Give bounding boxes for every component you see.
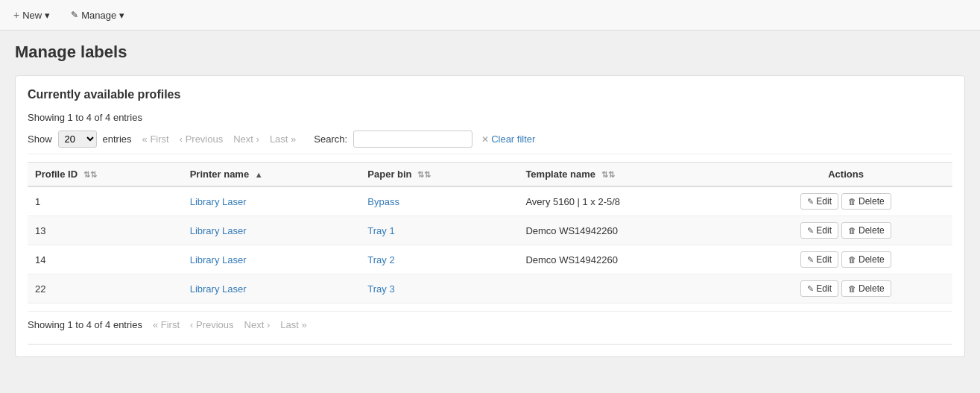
previous-page-btn-bottom[interactable]: ‹ Previous <box>186 318 238 332</box>
edit-label-row-2: Edit <box>816 254 832 265</box>
trash-icon-row-3: 🗑 <box>848 284 856 293</box>
table-row: 13Library LaserTray 1Demco WS14942260 ✎ … <box>28 216 952 245</box>
edit-button-row-2[interactable]: ✎ Edit <box>800 251 838 268</box>
delete-label-row-3: Delete <box>859 283 885 294</box>
first-page-btn-top[interactable]: « First <box>138 132 174 146</box>
edit-label-row-1: Edit <box>816 225 832 236</box>
cell-profile_id: 1 <box>28 186 183 216</box>
section-title: Currently available profiles <box>28 88 952 101</box>
col-actions-label: Actions <box>828 169 864 180</box>
page-content: Manage labels Currently available profil… <box>0 31 980 369</box>
clear-filter-button[interactable]: ✕ Clear filter <box>478 132 538 146</box>
page-title: Manage labels <box>15 43 965 62</box>
cell-actions: ✎ Edit 🗑 Delete <box>739 245 952 274</box>
entries-select[interactable]: 20 10 50 100 <box>58 131 97 148</box>
edit-label-row-3: Edit <box>816 283 832 294</box>
last-page-btn-top[interactable]: Last » <box>265 132 300 146</box>
table-header-row: Profile ID ⇅ Printer name Paper bin ⇅ Te… <box>28 163 952 187</box>
cell-printer_name: Library Laser <box>183 274 361 304</box>
col-printer-name-label: Printer name <box>190 169 249 180</box>
table-row: 1Library LaserBypassAvery 5160 | 1 x 2-5… <box>28 186 952 216</box>
manage-dropdown-icon: ▾ <box>119 10 124 21</box>
col-printer-name[interactable]: Printer name <box>183 163 361 187</box>
trash-icon-row-2: 🗑 <box>848 255 856 264</box>
top-pagination: « First ‹ Previous Next › Last » <box>138 132 301 146</box>
delete-label-row-1: Delete <box>859 225 885 236</box>
delete-button-row-3[interactable]: 🗑 Delete <box>841 280 891 297</box>
edit-icon-row-0: ✎ <box>807 197 814 207</box>
manage-label: Manage <box>81 10 116 21</box>
search-input[interactable] <box>353 131 472 148</box>
table-body: 1Library LaserBypassAvery 5160 | 1 x 2-5… <box>28 186 952 304</box>
profiles-card: Currently available profiles Showing 1 t… <box>15 75 965 357</box>
cell-paper_bin: Tray 1 <box>360 216 518 245</box>
edit-button-row-1[interactable]: ✎ Edit <box>800 222 838 239</box>
search-label: Search: <box>314 133 347 145</box>
x-icon: ✕ <box>481 134 489 145</box>
actions-cell-2: ✎ Edit 🗑 Delete <box>747 251 945 268</box>
actions-cell-1: ✎ Edit 🗑 Delete <box>747 222 945 239</box>
next-page-btn-bottom[interactable]: Next › <box>240 318 275 332</box>
actions-cell-0: ✎ Edit 🗑 Delete <box>747 193 945 210</box>
col-paper-bin-label: Paper bin <box>367 169 411 180</box>
cell-paper_bin: Tray 2 <box>360 245 518 274</box>
col-profile-id[interactable]: Profile ID ⇅ <box>28 163 183 187</box>
cell-profile_id: 13 <box>28 216 183 245</box>
new-dropdown-icon: ▾ <box>45 10 50 21</box>
cell-printer_name: Library Laser <box>183 245 361 274</box>
cell-actions: ✎ Edit 🗑 Delete <box>739 274 952 304</box>
delete-button-row-0[interactable]: 🗑 Delete <box>841 193 891 210</box>
trash-icon-row-1: 🗑 <box>848 226 856 235</box>
sort-icon-template-name: ⇅ <box>601 170 615 180</box>
delete-label-row-2: Delete <box>859 254 885 265</box>
cell-template_name: Avery 5160 | 1 x 2-5/8 <box>518 186 739 216</box>
cell-template_name <box>518 274 739 304</box>
previous-page-btn-top[interactable]: ‹ Previous <box>175 132 228 146</box>
entries-label: entries <box>103 133 132 145</box>
bottom-divider <box>28 344 952 345</box>
clear-filter-label: Clear filter <box>491 133 535 145</box>
cell-profile_id: 14 <box>28 245 183 274</box>
delete-label-row-0: Delete <box>859 196 885 207</box>
table-row: 14Library LaserTray 2Demco WS14942260 ✎ … <box>28 245 952 274</box>
plus-icon: + <box>13 9 19 21</box>
cell-actions: ✎ Edit 🗑 Delete <box>739 186 952 216</box>
sort-icon-printer-name <box>255 170 263 179</box>
cell-template_name: Demco WS14942260 <box>518 216 739 245</box>
cell-profile_id: 22 <box>28 274 183 304</box>
delete-button-row-2[interactable]: 🗑 Delete <box>841 251 891 268</box>
sort-icon-profile-id: ⇅ <box>83 170 97 180</box>
actions-cell-3: ✎ Edit 🗑 Delete <box>747 280 945 297</box>
last-page-btn-bottom[interactable]: Last » <box>276 318 311 332</box>
col-template-name[interactable]: Template name ⇅ <box>518 163 739 187</box>
cell-paper_bin: Tray 3 <box>360 274 518 304</box>
delete-button-row-1[interactable]: 🗑 Delete <box>841 222 891 239</box>
bottom-pagination: « First ‹ Previous Next › Last » <box>148 318 312 332</box>
edit-label-row-0: Edit <box>816 196 832 207</box>
cell-paper_bin: Bypass <box>360 186 518 216</box>
edit-icon-row-2: ✎ <box>807 255 814 265</box>
showing-bottom-text: Showing 1 to 4 of 4 entries <box>28 319 142 330</box>
edit-icon-row-3: ✎ <box>807 284 814 294</box>
col-profile-id-label: Profile ID <box>35 169 78 180</box>
col-template-name-label: Template name <box>525 169 595 180</box>
edit-icon-row-1: ✎ <box>807 226 814 236</box>
cell-actions: ✎ Edit 🗑 Delete <box>739 216 952 245</box>
manage-edit-icon: ✎ <box>71 10 78 20</box>
showing-top-text: Showing 1 to 4 of 4 entries <box>28 112 952 123</box>
next-page-btn-top[interactable]: Next › <box>229 132 264 146</box>
trash-icon-row-0: 🗑 <box>848 197 856 206</box>
top-controls-row: Show 20 10 50 100 entries « First ‹ Prev… <box>28 131 952 154</box>
first-page-btn-bottom[interactable]: « First <box>148 318 184 332</box>
table-row: 22Library LaserTray 3 ✎ Edit 🗑 Delete <box>28 274 952 304</box>
new-button[interactable]: + New ▾ <box>9 6 54 24</box>
col-actions: Actions <box>739 163 952 187</box>
cell-printer_name: Library Laser <box>183 216 361 245</box>
manage-button[interactable]: ✎ Manage ▾ <box>66 7 129 24</box>
edit-button-row-0[interactable]: ✎ Edit <box>800 193 838 210</box>
col-paper-bin[interactable]: Paper bin ⇅ <box>360 163 518 187</box>
cell-printer_name: Library Laser <box>183 186 361 216</box>
top-bar: + New ▾ ✎ Manage ▾ <box>0 0 980 31</box>
edit-button-row-3[interactable]: ✎ Edit <box>800 280 838 297</box>
bottom-controls-row: Showing 1 to 4 of 4 entries « First ‹ Pr… <box>28 311 952 332</box>
